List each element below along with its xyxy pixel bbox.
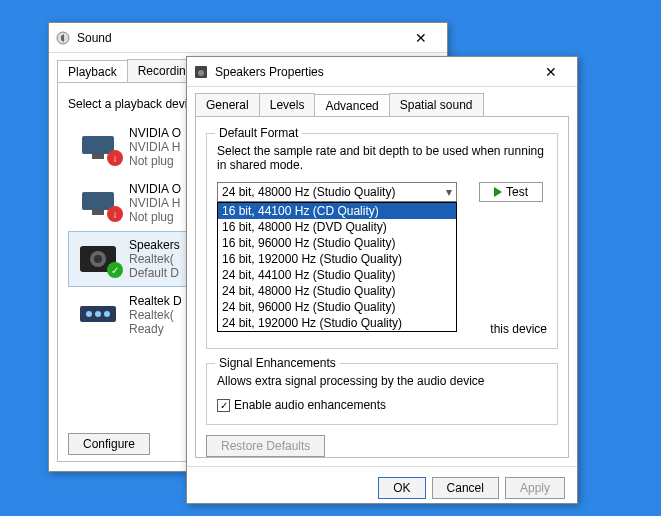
format-option[interactable]: 24 bit, 192000 Hz (Studio Quality) <box>218 315 456 331</box>
svg-point-9 <box>86 311 92 317</box>
sound-titlebar: Sound ✕ <box>49 23 447 53</box>
enable-enhancements-label: Enable audio enhancements <box>234 398 386 412</box>
enable-enhancements-checkbox[interactable]: ✓Enable audio enhancements <box>217 398 386 412</box>
signal-legend: Signal Enhancements <box>215 356 340 370</box>
device-status: Not plug <box>129 210 181 224</box>
tab-levels[interactable]: Levels <box>259 93 316 116</box>
format-dropdown: 16 bit, 44100 Hz (CD Quality)16 bit, 480… <box>217 202 457 332</box>
prop-titlebar: Speakers Properties ✕ <box>187 57 577 87</box>
ok-button[interactable]: OK <box>378 477 425 499</box>
device-status: Ready <box>129 322 182 336</box>
prop-tabs: General Levels Advanced Spatial sound <box>187 87 577 116</box>
prop-tab-body: Default Format Select the sample rate an… <box>195 116 569 458</box>
format-option[interactable]: 16 bit, 192000 Hz (Studio Quality) <box>218 251 456 267</box>
tab-general[interactable]: General <box>195 93 260 116</box>
format-select[interactable]: 24 bit, 48000 Hz (Studio Quality) 16 bit… <box>217 182 457 202</box>
tab-spatial-sound[interactable]: Spatial sound <box>389 93 484 116</box>
format-select-value: 24 bit, 48000 Hz (Studio Quality) <box>222 185 395 199</box>
device-name: NVIDIA O <box>129 182 181 196</box>
format-option[interactable]: 24 bit, 44100 Hz (Studio Quality) <box>218 267 456 283</box>
sound-close-button[interactable]: ✕ <box>401 30 441 46</box>
default-format-group: Default Format Select the sample rate an… <box>206 133 558 349</box>
svg-point-13 <box>198 70 204 76</box>
apply-button[interactable]: Apply <box>505 477 565 499</box>
format-option[interactable]: 24 bit, 48000 Hz (Studio Quality) <box>218 283 456 299</box>
test-button[interactable]: Test <box>479 182 543 202</box>
device-desc: Realtek( <box>129 308 182 322</box>
device-name: NVIDIA O <box>129 126 181 140</box>
signal-enhancements-group: Signal Enhancements Allows extra signal … <box>206 363 558 425</box>
format-option[interactable]: 16 bit, 48000 Hz (DVD Quality) <box>218 219 456 235</box>
device-name: Realtek D <box>129 294 182 308</box>
device-desc: NVIDIA H <box>129 196 181 210</box>
tab-advanced[interactable]: Advanced <box>314 94 389 117</box>
device-name: Speakers <box>129 238 180 252</box>
device-icon: ✓ <box>75 242 121 276</box>
svg-point-11 <box>104 311 110 317</box>
default-format-desc: Select the sample rate and bit depth to … <box>217 144 547 172</box>
device-icon: ↓ <box>75 186 121 220</box>
format-option[interactable]: 16 bit, 96000 Hz (Studio Quality) <box>218 235 456 251</box>
play-icon <box>494 187 502 197</box>
checkbox-icon: ✓ <box>217 399 230 412</box>
speaker-icon <box>193 64 209 80</box>
device-desc: Realtek( <box>129 252 180 266</box>
restore-defaults-button[interactable]: Restore Defaults <box>206 435 325 457</box>
svg-rect-2 <box>92 154 104 159</box>
format-option[interactable]: 24 bit, 96000 Hz (Studio Quality) <box>218 299 456 315</box>
device-status: Default D <box>129 266 180 280</box>
format-option[interactable]: 16 bit, 44100 Hz (CD Quality) <box>218 203 456 219</box>
svg-point-10 <box>95 311 101 317</box>
signal-desc: Allows extra signal processing by the au… <box>217 374 547 388</box>
device-desc: NVIDIA H <box>129 140 181 154</box>
default-format-legend: Default Format <box>215 126 302 140</box>
cancel-button[interactable]: Cancel <box>432 477 499 499</box>
device-icon: ↓ <box>75 130 121 164</box>
tab-playback[interactable]: Playback <box>57 60 128 83</box>
configure-button[interactable]: Configure <box>68 433 150 455</box>
svg-rect-4 <box>92 210 104 215</box>
device-status: Not plug <box>129 154 181 168</box>
svg-point-7 <box>94 255 102 263</box>
device-icon <box>75 298 121 332</box>
sound-icon <box>55 30 71 46</box>
speakers-properties-window: Speakers Properties ✕ General Levels Adv… <box>186 56 578 504</box>
sound-title: Sound <box>77 31 401 45</box>
prop-close-button[interactable]: ✕ <box>531 64 571 80</box>
test-button-label: Test <box>506 185 528 199</box>
prop-footer: OK Cancel Apply <box>187 466 577 509</box>
prop-title: Speakers Properties <box>215 65 531 79</box>
